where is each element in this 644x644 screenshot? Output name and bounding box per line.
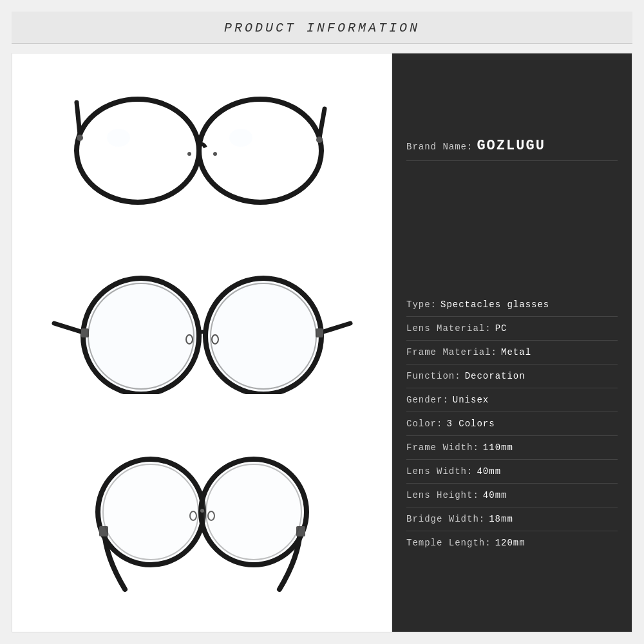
spec-value: 3 Colors — [446, 419, 495, 429]
spec-label: Function: — [406, 371, 461, 381]
spec-value: PC — [495, 323, 507, 334]
brand-label: Brand Name: — [406, 142, 473, 152]
brand-value: GOZLUGU — [477, 138, 545, 154]
glasses-image-2 — [32, 272, 373, 394]
svg-point-9 — [229, 129, 252, 147]
spec-value: 18mm — [489, 514, 513, 524]
svg-line-3 — [319, 109, 325, 138]
glasses-image-3 — [32, 454, 373, 596]
svg-point-8 — [107, 129, 130, 147]
svg-point-4 — [187, 152, 191, 156]
svg-line-2 — [77, 102, 80, 135]
svg-point-5 — [213, 152, 217, 156]
info-row: Gender:Unisex — [406, 388, 618, 412]
info-row: Color:3 Colors — [406, 412, 618, 436]
content-area: Brand Name: GOZLUGU Type:Spectacles glas… — [12, 53, 632, 632]
svg-line-12 — [54, 323, 85, 333]
spec-label: Color: — [406, 419, 442, 429]
spec-value: Decoration — [465, 371, 526, 381]
page-wrapper: PRODUCT INFORMATION — [0, 0, 644, 644]
spec-label: Lens Height: — [406, 490, 479, 500]
svg-point-28 — [200, 509, 204, 513]
spec-label: Type: — [406, 299, 437, 310]
svg-point-1 — [199, 99, 321, 202]
product-images — [12, 53, 392, 632]
spec-value: Metal — [501, 347, 531, 357]
spec-label: Lens Material: — [406, 323, 491, 334]
spec-label: Temple Length: — [406, 538, 491, 548]
info-row: Lens Height:40mm — [406, 484, 618, 507]
spec-label: Gender: — [406, 395, 449, 405]
specs-container: Type:Spectacles glassesLens Material:PCF… — [406, 293, 618, 554]
spec-label: Lens Width: — [406, 466, 473, 477]
page-title: PRODUCT INFORMATION — [224, 21, 420, 35]
svg-point-11 — [205, 278, 321, 394]
info-row: Frame Width:110mm — [406, 436, 618, 460]
spec-label: Frame Width: — [406, 442, 479, 453]
spec-value: 40mm — [483, 490, 507, 500]
info-row: Function:Decoration — [406, 365, 618, 388]
svg-point-20 — [98, 459, 204, 565]
svg-point-6 — [77, 135, 83, 141]
info-row: Temple Length:120mm — [406, 531, 618, 554]
info-row: Lens Width:40mm — [406, 460, 618, 484]
info-row: Frame Material:Metal — [406, 341, 618, 365]
info-row: Type:Spectacles glasses — [406, 293, 618, 317]
spec-value: Unisex — [453, 395, 489, 405]
product-info-panel: Brand Name: GOZLUGU Type:Spectacles glas… — [392, 53, 632, 632]
spec-value: Spectacles glasses — [440, 299, 549, 310]
spec-value: 40mm — [477, 466, 501, 477]
info-row: Lens Material:PC — [406, 317, 618, 341]
glasses-image-1 — [32, 90, 373, 212]
svg-point-21 — [201, 459, 307, 565]
spec-label: Frame Material: — [406, 347, 497, 357]
spec-value: 110mm — [483, 442, 513, 453]
svg-point-0 — [77, 99, 199, 202]
spec-label: Bridge Width: — [406, 514, 485, 524]
svg-line-13 — [319, 323, 350, 333]
spec-value: 120mm — [495, 538, 526, 548]
info-row-brand: Brand Name: GOZLUGU — [406, 131, 618, 161]
page-title-bar: PRODUCT INFORMATION — [12, 12, 632, 44]
svg-point-7 — [316, 137, 323, 143]
svg-point-10 — [83, 278, 199, 394]
info-row: Bridge Width:18mm — [406, 507, 618, 531]
